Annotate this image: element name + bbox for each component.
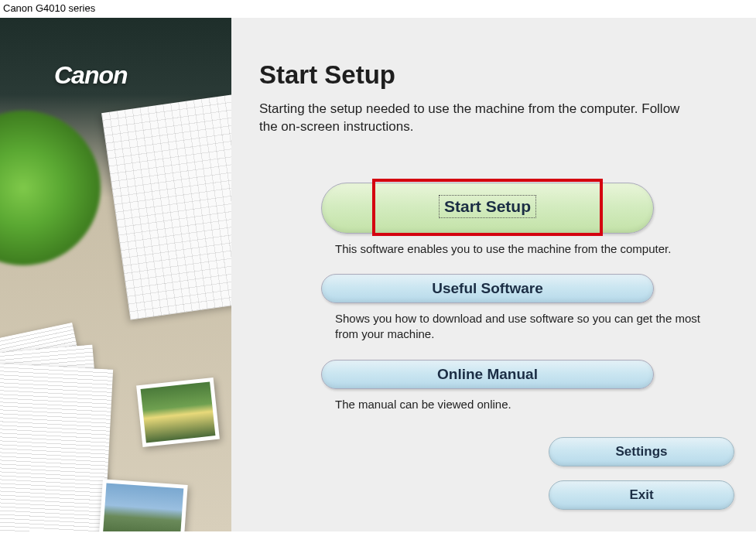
page-title: Start Setup xyxy=(259,60,741,90)
footer-actions: Settings Exit xyxy=(549,437,734,510)
left-illustration-panel: Canon xyxy=(0,18,231,531)
settings-button[interactable]: Settings xyxy=(549,437,734,466)
window-title: Canon G4010 series xyxy=(0,0,756,18)
photo-graphic xyxy=(98,479,187,531)
exit-button[interactable]: Exit xyxy=(549,480,734,510)
online-manual-helper: The manual can be viewed online. xyxy=(335,397,714,412)
start-setup-label: Start Setup xyxy=(439,195,536,218)
photo-graphic xyxy=(136,378,220,447)
useful-software-helper: Shows you how to download and use softwa… xyxy=(335,311,714,343)
useful-software-button[interactable]: Useful Software xyxy=(321,274,654,303)
primary-actions: Start Setup This software enables you to… xyxy=(321,183,724,412)
online-manual-button[interactable]: Online Manual xyxy=(321,360,654,389)
blueprint-graphic xyxy=(101,94,231,319)
start-setup-button[interactable]: Start Setup xyxy=(321,183,654,234)
plant-graphic xyxy=(0,111,101,265)
page-intro: Starting the setup needed to use the mac… xyxy=(259,101,693,136)
main-panel: Start Setup Starting the setup needed to… xyxy=(231,18,756,531)
canon-logo: Canon xyxy=(54,61,128,90)
start-setup-helper: This software enables you to use the mac… xyxy=(335,241,714,257)
content-area: Canon Start Setup Starting the setup nee… xyxy=(0,18,756,531)
document-graphic xyxy=(0,362,113,531)
